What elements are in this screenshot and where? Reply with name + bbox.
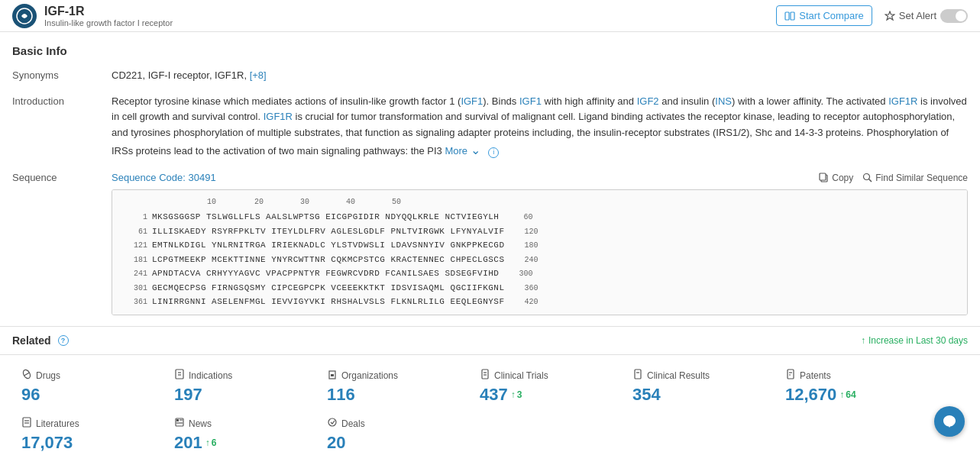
copy-icon xyxy=(819,173,829,182)
copy-label: Copy xyxy=(832,173,853,183)
stat-clinical-trials[interactable]: Clinical Trials 437 ↑ 3 xyxy=(471,363,623,411)
copy-button[interactable]: Copy xyxy=(819,173,853,183)
stat-label-text: Literatures xyxy=(36,418,79,429)
stat-organizations[interactable]: Organizations 116 xyxy=(318,363,471,411)
igf1-link2[interactable]: IGF1 xyxy=(519,95,542,107)
svg-rect-4 xyxy=(820,173,826,180)
indication-icon xyxy=(174,369,185,382)
page-subtitle: Insulin-like growth factor I receptor xyxy=(44,18,173,27)
sequence-ruler: 10 20 30 40 50 xyxy=(118,196,961,208)
igf2-link[interactable]: IGF2 xyxy=(637,95,659,107)
stat-label: Patents xyxy=(785,369,920,382)
intro-value: Receptor tyrosine kinase which mediates … xyxy=(112,94,968,160)
up-arrow: ↑ xyxy=(839,389,844,400)
sequence-line: 301GECMQECPSG FIRNGSQSMY CIPCEGPCPK VCEE… xyxy=(118,282,961,295)
stat-label-text: News xyxy=(189,418,212,429)
svg-line-8 xyxy=(24,373,29,376)
header-title-block: IGF-1R Insulin-like growth factor I rece… xyxy=(44,4,173,27)
seq-end-num: 180 xyxy=(509,240,543,251)
igf1r-link[interactable]: IGF1R xyxy=(888,95,917,107)
synonyms-value: CD221, IGF-I receptor, IGF1R, [+8] xyxy=(112,68,968,83)
sequence-code-link[interactable]: Sequence Code: 30491 xyxy=(112,170,216,186)
stat-label-text: Clinical Trials xyxy=(494,370,548,381)
stat-indications[interactable]: Indications 197 xyxy=(165,363,318,411)
synonyms-more-link[interactable]: [+8] xyxy=(250,69,267,81)
ruler-30: 30 xyxy=(300,196,346,208)
alert-toggle[interactable] xyxy=(940,9,968,23)
page-title: IGF-1R xyxy=(44,4,173,18)
stat-label-text: Drugs xyxy=(36,370,60,381)
seq-end-num: 300 xyxy=(503,268,537,279)
stat-label: News xyxy=(174,417,309,430)
stat-value: 12,670 ↑ 64 xyxy=(785,385,920,405)
stat-value: 354 xyxy=(632,385,767,405)
stat-value: 116 xyxy=(327,385,461,405)
expand-icon[interactable]: ⌄ xyxy=(471,144,480,157)
svg-rect-2 xyxy=(791,12,794,20)
compare-label: Start Compare xyxy=(799,10,864,21)
fab-button[interactable] xyxy=(934,406,965,437)
stat-value: 197 xyxy=(174,385,309,405)
svg-rect-20 xyxy=(788,370,794,379)
related-title: Related ? xyxy=(12,334,69,347)
sequence-value: Sequence Code: 30491 Copy xyxy=(112,170,968,316)
result-icon xyxy=(632,369,643,382)
sequence-actions: Copy Find Similar Sequence xyxy=(819,173,968,183)
introduction-row: Introduction Receptor tyrosine kinase wh… xyxy=(12,94,968,160)
svg-rect-23 xyxy=(23,418,31,427)
synonyms-text: CD221, IGF-I receptor, IGF1R, xyxy=(112,69,247,81)
stat-label-text: Clinical Results xyxy=(647,370,710,381)
find-similar-label: Find Similar Sequence xyxy=(875,173,968,183)
svg-rect-9 xyxy=(176,370,183,379)
sequence-box[interactable]: 10 20 30 40 50 1MKSGSGGSP TSLWGLLFLS AAL… xyxy=(112,189,968,315)
svg-rect-14 xyxy=(332,374,334,376)
stat-number: 201 xyxy=(174,433,202,452)
stat-news[interactable]: News 201 ↑ 6 xyxy=(165,411,318,452)
seq-end-num: 420 xyxy=(509,296,543,308)
stat-literatures[interactable]: Literatures 17,073 xyxy=(12,411,165,452)
stat-deals[interactable]: Deals 20 xyxy=(318,411,471,452)
svg-rect-15 xyxy=(482,370,488,379)
alert-button[interactable]: Set Alert xyxy=(885,9,968,23)
info-icon[interactable]: i xyxy=(488,147,499,158)
sequence-header: Sequence Code: 30491 Copy xyxy=(112,170,968,186)
igf1-link[interactable]: IGF1 xyxy=(461,95,483,107)
stat-drugs[interactable]: Drugs 96 xyxy=(12,363,165,411)
find-similar-button[interactable]: Find Similar Sequence xyxy=(862,173,968,183)
header-left: IGF-1R Insulin-like growth factor I rece… xyxy=(12,4,173,28)
basic-info-title: Basic Info xyxy=(12,44,968,57)
fab-icon xyxy=(942,414,957,429)
stat-label: Deals xyxy=(327,417,461,430)
synonyms-row: Synonyms CD221, IGF-I receptor, IGF1R, [… xyxy=(12,68,968,83)
igf1r-link2[interactable]: IGF1R xyxy=(264,111,293,122)
header: IGF-1R Insulin-like growth factor I rece… xyxy=(0,0,980,32)
org-icon xyxy=(327,369,338,382)
svg-rect-13 xyxy=(331,374,332,376)
stat-increase: ↑ 64 xyxy=(839,389,855,400)
stat-number: 17,073 xyxy=(21,433,73,452)
stat-clinical-results[interactable]: Clinical Results 354 xyxy=(623,363,776,411)
svg-point-5 xyxy=(864,174,870,180)
stat-value: 201 ↑ 6 xyxy=(174,433,309,452)
seq-text: MKSGSGGSP TSLWGLLFLS AALSLWPTSG EICGPGID… xyxy=(152,211,499,224)
svg-rect-1 xyxy=(785,12,789,20)
related-header: Related ? ↑ Increase in Last 30 days xyxy=(0,326,980,355)
sequence-line: 361LINIRRGNNI ASELENFMGL IEVVIGYVKI RHSH… xyxy=(118,295,961,308)
increase-label: ↑ Increase in Last 30 days xyxy=(861,335,968,346)
stat-value: 437 ↑ 3 xyxy=(480,385,614,405)
stat-patents[interactable]: Patents 12,670 ↑ 64 xyxy=(776,363,929,411)
ruler-10: 10 xyxy=(207,196,254,208)
related-info-icon[interactable]: ? xyxy=(58,335,69,346)
seq-num: 61 xyxy=(118,226,152,237)
content-area: Basic Info Synonyms CD221, IGF-I recepto… xyxy=(0,32,980,315)
seq-num: 301 xyxy=(118,282,152,294)
intro-more-link[interactable]: More xyxy=(445,145,467,157)
seq-text: APNDTACVA CRHYYYAGVC VPACPPNTYR FEGWRCVD… xyxy=(152,267,499,280)
increase-count: 6 xyxy=(212,437,217,448)
lit-icon xyxy=(21,417,32,430)
compare-button[interactable]: Start Compare xyxy=(776,5,872,26)
ins-link[interactable]: INS xyxy=(715,95,732,107)
stat-value: 96 xyxy=(21,385,156,405)
sequence-lines: 1MKSGSGGSP TSLWGLLFLS AALSLWPTSG EICGPGI… xyxy=(118,211,961,308)
up-arrow: ↑ xyxy=(511,389,516,400)
